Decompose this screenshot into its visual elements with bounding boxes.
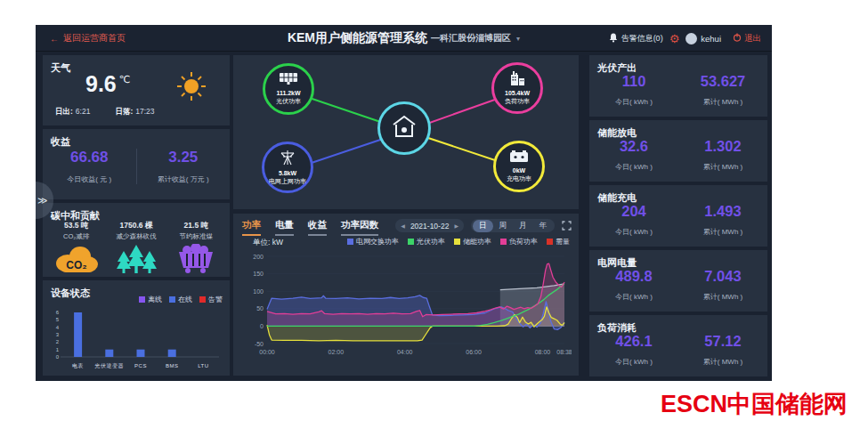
carbon-item-forest: 1750.6 棵 减少森林砍伐 [106, 221, 166, 279]
revenue-total-value: 3.25 [137, 149, 231, 166]
stat-panel-storage-discharge: 储能放电 32.6今日( kWh ) 1.302累计( MWh ) [589, 120, 767, 182]
battery-icon [509, 150, 529, 166]
escn-logo-cn: 中国储能网 [727, 391, 848, 417]
period-year[interactable]: 年 [533, 220, 554, 232]
svg-text:06:00: 06:00 [466, 349, 482, 355]
sunset-label: 日落: [115, 107, 133, 116]
stat-panel-grid-energy: 电网电量 489.8今日( kWh ) 7.043累计( MWh ) [589, 250, 767, 312]
stat-total-value: 1.302 [678, 138, 767, 155]
avatar [685, 33, 697, 45]
revenue-today: 66.68 今日收益( 元 ) [43, 149, 136, 184]
svg-text:1: 1 [56, 347, 60, 352]
park-selector[interactable]: —科汇股份淄博园区 [431, 32, 511, 45]
fullscreen-icon[interactable] [562, 221, 572, 231]
next-day-icon[interactable]: ▶ [454, 223, 458, 229]
carbon-item-coal: 21.5 吨 节约标准煤 [166, 221, 226, 279]
revenue-total-label: 累计收益( 万元 ) [137, 174, 231, 184]
period-week[interactable]: 周 [493, 220, 514, 232]
carbon-co2-value: 53.5 吨 [46, 221, 106, 231]
pv-power-label: 光伏功率 [276, 97, 301, 106]
tab-energy[interactable]: 电量 [275, 219, 294, 236]
carbon-coal-label: 节约标准煤 [166, 232, 226, 241]
tab-revenue[interactable]: 收益 [308, 219, 327, 236]
flow-node-grid: 5.8kW 电网上网功率 [262, 142, 313, 193]
online-swatch [169, 296, 175, 303]
legend-grid-exchange[interactable]: 电网交换功率 [347, 237, 399, 247]
svg-text:5: 5 [56, 317, 60, 322]
unit-label: 单位: kW [253, 238, 283, 248]
svg-text:0: 0 [56, 354, 60, 360]
legend-item-online[interactable]: 在线 [169, 295, 192, 304]
revenue-today-value: 66.68 [43, 149, 136, 166]
legend-demand[interactable]: 需量 [547, 237, 570, 247]
stat-today-label: 今日( kWh ) [589, 292, 678, 302]
revenue-total: 3.25 累计收益( 万元 ) [136, 149, 231, 184]
legend-item-offline[interactable]: 离线 [139, 295, 162, 304]
period-day[interactable]: 日 [473, 220, 493, 232]
online-label: 在线 [178, 295, 192, 304]
pv-power-value: 111.2kW [276, 90, 300, 96]
svg-text:光伏逆变器: 光伏逆变器 [94, 362, 125, 369]
stat-title: 光伏产出 [589, 55, 767, 75]
svg-text:04:00: 04:00 [397, 349, 413, 355]
chevron-down-icon[interactable]: ▾ [516, 35, 520, 43]
storage-swatch [454, 239, 460, 245]
device-status-panel: 设备状态 离线 在线 告警 0123456电表光伏逆变器PCSBMSLTU [43, 280, 230, 376]
svg-text:6: 6 [56, 310, 60, 315]
escn-logo: ESCN中国储能网 [661, 388, 848, 420]
grid-power-label: 电网上网功率 [269, 177, 306, 186]
legend-item-alarm[interactable]: 告警 [199, 295, 223, 304]
sunrise-value: 6:21 [76, 107, 91, 116]
grid-power-value: 5.8kW [279, 170, 296, 176]
double-chevron-icon: ≫ [37, 195, 48, 206]
temperature: 9.6℃ [85, 71, 130, 97]
dashboard: ← 返回运营商首页 KEM用户侧能源管理系统 —科汇股份淄博园区 ▾ 告警信息(… [36, 25, 772, 381]
legend-load[interactable]: 负荷功率 [500, 237, 538, 247]
tab-power-factor[interactable]: 功率因数 [341, 219, 378, 236]
svg-text:0: 0 [260, 323, 264, 329]
chart-controls: ◀ 2021-10-22 ▶ 日 周 月 年 [395, 219, 572, 232]
temperature-value: 9.6 [85, 71, 117, 96]
legend-storage[interactable]: 储能功率 [454, 237, 491, 247]
sunset-value: 17:23 [135, 107, 154, 116]
alarm-button[interactable]: 告警信息(0) [609, 33, 663, 45]
user-menu[interactable]: kehui [685, 33, 721, 45]
stat-title: 负荷消耗 [589, 315, 767, 335]
date-value[interactable]: 2021-10-22 [410, 222, 449, 231]
svg-text:电表: 电表 [72, 362, 84, 368]
svg-text:PCS: PCS [134, 363, 147, 368]
alarm-label-legend: 告警 [208, 295, 223, 304]
gear-icon[interactable]: ⚙ [669, 33, 680, 45]
stat-title: 储能充电 [589, 185, 767, 205]
stat-today-label: 今日( kWh ) [589, 227, 678, 237]
stat-total-value: 1.493 [678, 203, 767, 220]
carbon-title: 碳中和贡献 [43, 203, 230, 223]
energy-flow-panel: 111.2kW 光伏功率 105.4kW 负荷功率 5.8kW 电网上网功率 [233, 55, 579, 209]
svg-text:08:38: 08:38 [556, 349, 572, 355]
grid-exchange-swatch [347, 239, 353, 245]
svg-text:08:00: 08:00 [535, 349, 551, 355]
alarm-swatch [199, 296, 206, 303]
stat-total-label: 累计( MWh ) [678, 162, 767, 172]
stat-today-value: 426.1 [589, 333, 678, 350]
stat-total-value: 7.043 [678, 268, 767, 285]
logout-button[interactable]: 退出 [733, 33, 761, 45]
charge-power-value: 0kW [513, 167, 525, 174]
flow-node-battery: 0kW 充电功率 [493, 141, 545, 192]
temperature-unit: ℃ [119, 74, 130, 85]
svg-text:100: 100 [253, 288, 264, 295]
revenue-panel: 收益 66.68 今日收益( 元 ) 3.25 累计收益( 万元 ) [43, 129, 230, 199]
svg-text:02:00: 02:00 [329, 349, 345, 355]
stat-total-label: 累计( MWh ) [678, 292, 767, 302]
period-month[interactable]: 月 [513, 220, 533, 232]
solar-panel-icon [279, 72, 298, 89]
prev-day-icon[interactable]: ◀ [401, 223, 405, 229]
power-chart-panel: 功率 电量 收益 功率因数 ◀ 2021-10-22 ▶ 日 周 月 年 [233, 214, 579, 376]
revenue-title: 收益 [43, 129, 230, 149]
legend-pv[interactable]: 光伏功率 [408, 237, 445, 247]
house-icon [391, 114, 418, 142]
stat-panel-load-consumption: 负荷消耗 426.1今日( kWh ) 57.12累计( MWh ) [589, 315, 767, 376]
power-chart-legend: 电网交换功率 光伏功率 储能功率 负荷功率 需量 [347, 237, 570, 247]
stat-total-label: 累计( MWh ) [678, 227, 767, 237]
tab-power[interactable]: 功率 [242, 219, 261, 236]
